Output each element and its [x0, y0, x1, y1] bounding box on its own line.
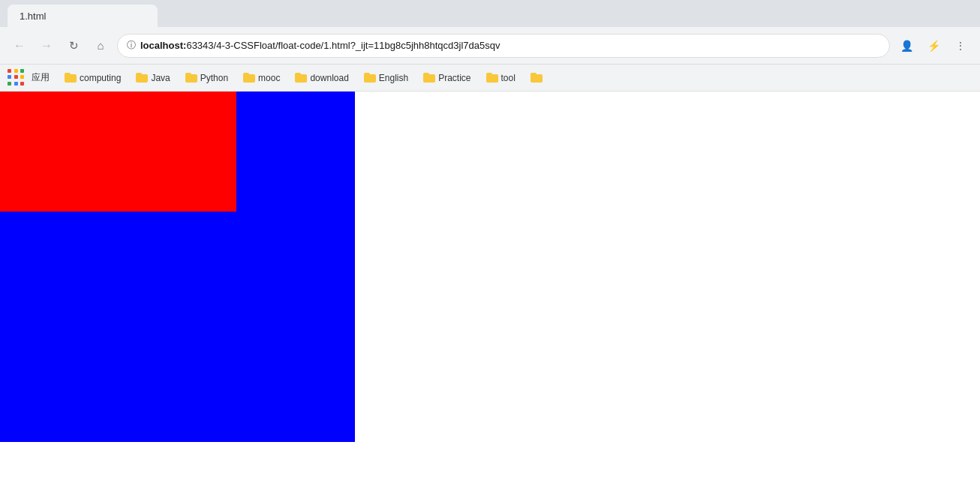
- lock-icon: ⓘ: [127, 39, 136, 52]
- folder-icon-python: [185, 73, 197, 83]
- bookmark-label-java: Java: [151, 73, 170, 83]
- bookmark-label-mooc: mooc: [258, 73, 280, 83]
- folder-icon-more: [531, 73, 543, 83]
- folder-icon-practice: [423, 73, 435, 83]
- bookmark-mooc[interactable]: mooc: [237, 71, 286, 86]
- folder-icon-tool: [486, 73, 498, 83]
- browser-window: 1.html ← → ↻ ⌂ ⓘ localhost:63343/4-3-CSS…: [0, 0, 980, 496]
- extensions-button[interactable]: ⚡: [923, 35, 944, 56]
- bookmark-label-download: download: [310, 73, 348, 83]
- bookmark-java[interactable]: Java: [130, 71, 176, 86]
- bookmark-label-english: English: [379, 73, 408, 83]
- forward-button[interactable]: →: [36, 35, 57, 56]
- folder-icon-java: [136, 73, 148, 83]
- bookmark-label-practice: Practice: [438, 73, 470, 83]
- bookmark-computing[interactable]: computing: [59, 71, 127, 86]
- bookmark-label-computing: computing: [80, 73, 121, 83]
- page-content: https://blog.csdn.net/qq_51560732: [0, 92, 980, 496]
- bookmark-practice[interactable]: Practice: [417, 71, 476, 86]
- url-rest: 63343/4-3-CSSFloat/float-code/1.html?_ij…: [186, 40, 500, 51]
- back-button[interactable]: ←: [9, 35, 30, 56]
- bookmark-download[interactable]: download: [289, 71, 354, 86]
- bookmarks-bar: 应用 computing Java Python mooc download E…: [0, 65, 980, 92]
- bookmark-label-tool: tool: [501, 73, 516, 83]
- red-box: [0, 92, 236, 212]
- folder-icon-computing: [65, 73, 77, 83]
- home-button[interactable]: ⌂: [90, 35, 111, 56]
- folder-icon-mooc: [243, 73, 255, 83]
- tab-bar: 1.html: [0, 0, 980, 27]
- address-bar[interactable]: ⓘ localhost:63343/4-3-CSSFloat/float-cod…: [117, 34, 890, 58]
- tab-title: 1.html: [20, 11, 46, 22]
- bookmark-more[interactable]: [525, 71, 549, 85]
- bookmark-python[interactable]: Python: [179, 71, 234, 86]
- folder-icon-download: [295, 73, 307, 83]
- bookmark-tool[interactable]: tool: [480, 71, 522, 86]
- apps-grid-icon[interactable]: [8, 69, 26, 87]
- menu-button[interactable]: ⋮: [950, 35, 971, 56]
- reload-button[interactable]: ↻: [63, 35, 84, 56]
- bookmark-english[interactable]: English: [358, 71, 414, 86]
- folder-icon-english: [364, 73, 376, 83]
- toolbar: ← → ↻ ⌂ ⓘ localhost:63343/4-3-CSSFloat/f…: [0, 27, 980, 65]
- profile-button[interactable]: 👤: [896, 35, 917, 56]
- active-tab[interactable]: 1.html: [8, 5, 158, 27]
- url-bold: localhost:: [140, 40, 186, 51]
- apps-label[interactable]: 应用: [32, 71, 50, 84]
- url-display: localhost:63343/4-3-CSSFloat/float-code/…: [140, 40, 501, 51]
- bookmark-label-python: Python: [200, 73, 228, 83]
